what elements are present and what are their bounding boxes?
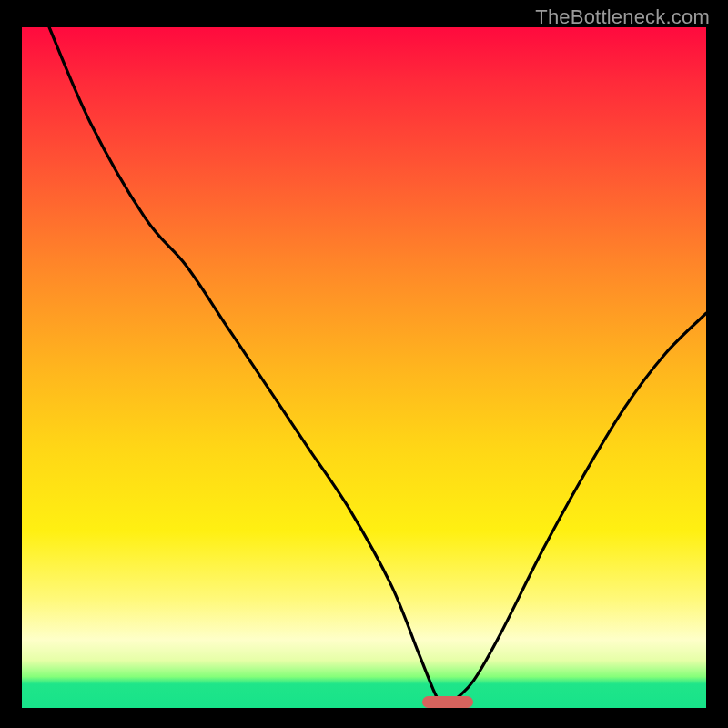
optimum-marker (422, 696, 473, 708)
curve-path (49, 27, 706, 704)
chart-frame: TheBottleneck.com (0, 0, 728, 728)
plot-area (22, 27, 706, 708)
watermark-text: TheBottleneck.com (535, 5, 710, 29)
bottleneck-curve (22, 27, 706, 708)
